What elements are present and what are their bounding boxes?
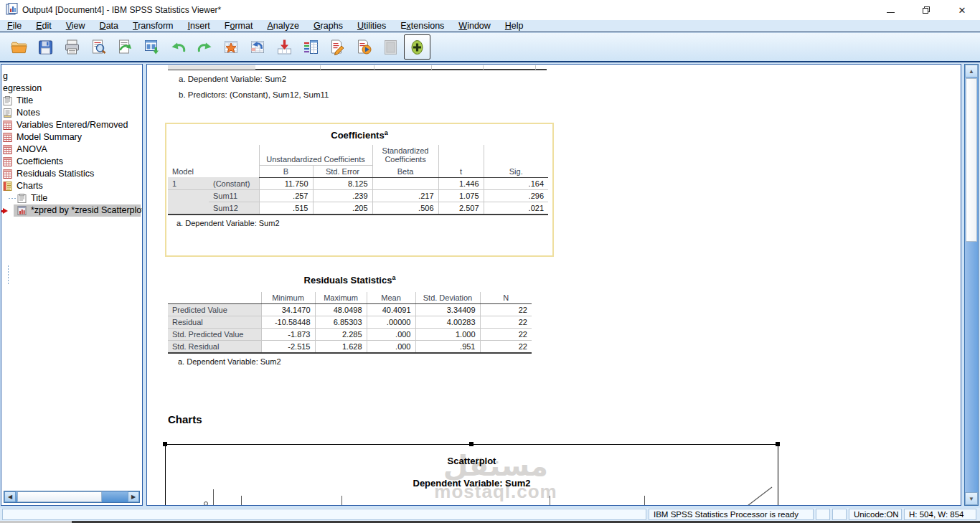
chart-tick [644,496,645,506]
table-icon [3,133,13,142]
run-script-button[interactable] [351,34,377,60]
goto-case-icon [222,38,241,57]
selection-handle[interactable] [163,442,167,446]
scroll-down-arrow-icon[interactable]: ▼ [965,492,978,505]
menu-data[interactable]: Data [93,20,126,32]
goto-data-button[interactable] [245,34,271,60]
col-header-std-error: Std. Error [313,165,372,177]
variables-button[interactable] [298,34,324,60]
export-button[interactable] [112,34,138,60]
outline-item-chart-title[interactable]: Title [1,192,142,204]
scroll-thumb[interactable] [17,491,102,502]
col-header-mean: Mean [367,292,415,304]
table-icon [3,169,13,179]
col-group-standardized: Standardized Coefficients [372,145,438,165]
chart-tick [213,489,214,506]
menu-utilities[interactable]: Utilities [350,20,393,32]
save-button[interactable] [32,34,59,60]
selection-handle[interactable] [469,442,473,446]
scroll-up-arrow-icon[interactable]: ▲ [965,65,978,77]
redo-icon [195,38,215,57]
menu-help[interactable]: Help [498,20,531,32]
outline-item-title[interactable]: Title [1,95,142,107]
undo-button[interactable] [165,34,192,60]
menu-window[interactable]: Window [451,20,497,32]
print-button[interactable] [59,34,85,60]
menu-edit[interactable]: Edit [29,20,59,32]
chart-tick [341,496,342,506]
app-icon [6,3,18,18]
outline-item-coefficients[interactable]: Coefficients [1,156,142,168]
col-header-beta: Beta [372,165,438,177]
print-preview-button[interactable] [85,34,112,60]
window-title: Output4 [Document4] - IBM SPSS Statistic… [22,5,221,15]
output-pane[interactable]: a. Dependent Variable: Sum2 b. Predictor… [146,64,961,506]
table-row: Std. Predicted Value -1.873 2.285 .000 1… [168,329,532,341]
minimize-button[interactable] [872,0,908,20]
outline-item-anova[interactable]: ANOVA [1,143,142,156]
redo-button[interactable] [192,34,218,60]
scatterplot-subtitle: Dependent Variable: Sum2 [166,478,778,489]
col-header-minimum: Minimum [261,292,315,304]
coefficients-title: Coefficientsa [166,129,552,141]
outline-item-residuals-statistics[interactable]: Residuals Statistics [1,168,142,180]
restore-button[interactable] [908,0,944,20]
menu-transform[interactable]: Transform [126,20,181,32]
outline-item-charts[interactable]: Charts [1,180,142,192]
menu-format[interactable]: Format [217,20,260,32]
statusbar: IBM SPSS Statistics Processor is ready U… [0,508,980,521]
open-button[interactable] [6,34,32,60]
menu-analyze[interactable]: Analyze [260,20,306,32]
outline-item-scatterplot[interactable]: *zpred by *zresid Scatterplot [1,204,142,217]
close-icon: ✕ [958,5,966,16]
output-vertical-scrollbar[interactable]: ▲ ▼ [964,64,979,506]
residuals-title: Residuals Statisticsa [168,274,532,286]
residuals-table-object[interactable]: Residuals Statisticsa Minimum Maximum Me… [168,274,534,366]
title-icon [3,96,13,105]
table-row: 1 (Constant) 11.750 8.125 1.446 .164 [168,177,548,189]
edit-output-icon [328,38,347,57]
open-icon [9,38,29,57]
coefficients-table-object[interactable]: Coefficientsa Model Unstandardized Coeff… [165,123,554,257]
scatterplot-object[interactable]: مستقل mostaql.com Scatterplot Dependent … [165,444,778,506]
menu-file[interactable]: File [0,20,29,32]
menu-insert[interactable]: Insert [181,20,217,32]
charts-heading: Charts [168,413,202,425]
menu-extensions[interactable]: Extensions [393,20,451,32]
outline-item-regression[interactable]: egression [1,83,142,95]
selection-handle[interactable] [776,442,780,446]
outline-horizontal-scrollbar[interactable]: ◀ ▶ [4,491,140,503]
menu-graphs[interactable]: Graphs [306,20,350,32]
goto-variable-button[interactable] [271,34,298,60]
col-header-std-deviation: Std. Deviation [415,292,480,304]
edit-output-button[interactable] [324,34,351,60]
scroll-right-arrow-icon[interactable]: ▶ [128,491,139,502]
status-processor-message: IBM SPSS Statistics Processor is ready [649,509,814,520]
table-row: Sum11 .257 .239 .217 1.075 .296 [168,189,548,202]
outline-item-model-summary[interactable]: Model Summary [1,131,142,143]
table-row: Std. Residual -2.515 1.628 .000 .951 22 [168,341,532,354]
outline-item-variables-entered[interactable]: Variables Entered/Removed [1,119,142,131]
activate-window-button[interactable] [404,34,430,60]
designate-window-button[interactable] [377,34,404,60]
status-cell-weight [832,509,847,520]
goto-case-button[interactable] [218,34,245,60]
table-icon [3,157,13,166]
outline-item-log[interactable]: g [1,70,142,83]
menu-view[interactable]: View [59,20,93,32]
scroll-thumb[interactable] [966,78,977,242]
scroll-left-arrow-icon[interactable]: ◀ [4,491,16,502]
activate-window-icon [407,38,427,57]
select-last-output-button[interactable] [138,34,165,60]
outline-item-notes[interactable]: Notes [1,107,142,119]
status-cell-filter [816,509,830,520]
select-last-output-icon [142,38,161,57]
table-row: Sum12 .515 .205 .506 2.507 .021 [168,202,548,215]
menubar: File Edit View Data Transform Insert For… [0,20,980,32]
print-icon [62,38,82,57]
goto-variable-icon [275,38,294,57]
close-button[interactable]: ✕ [944,0,980,20]
run-script-icon [354,38,374,57]
outline-tree: g egression Title Notes Variables Entere… [1,70,142,217]
coefficients-footnote: a. Dependent Variable: Sum2 [166,215,552,227]
